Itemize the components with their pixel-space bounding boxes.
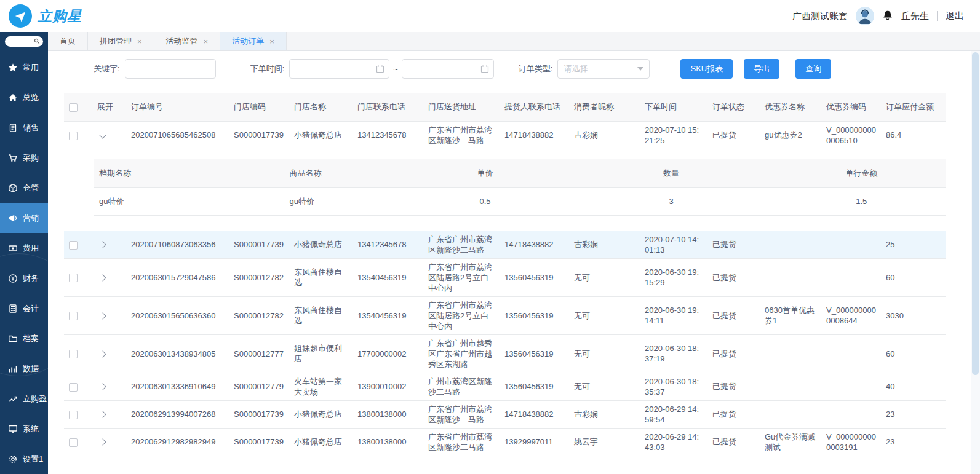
table-row[interactable]: 2020062912982982949S0000017739小猪佩奇总店1380… [64, 428, 946, 456]
cell-amount: 3030 [881, 296, 946, 334]
table-row[interactable]: 2020063013336910649S0000012779火车站第一家大卖场1… [64, 373, 946, 400]
column-header-coupon_name: 优惠券名称 [760, 93, 821, 121]
marketing-megaphone-icon [8, 213, 18, 223]
order-detail-row: 档期名称商品名称单价数量单行金额gu特价gu特价0.531.5 [64, 149, 946, 231]
row-checkbox[interactable] [69, 438, 78, 447]
sidebar-search-input[interactable] [5, 36, 43, 47]
close-icon[interactable]: × [204, 38, 209, 45]
sub-column-header: 单行金额 [778, 159, 946, 187]
expand-toggle-icon[interactable] [99, 411, 106, 417]
expand-toggle-icon[interactable] [99, 438, 106, 445]
cell-order_no: 2020063015650636360 [126, 296, 229, 334]
expand-toggle-icon[interactable] [99, 383, 106, 390]
sub-cell: 3 [565, 187, 778, 215]
sidebar-nav: 常用总览销售采购仓管营销费用财务会计档案数据立购盈系统设置1 [0, 52, 48, 474]
sidebar-item-sales-clipboard[interactable]: 销售 [0, 113, 48, 143]
order-type-label: 订单类型: [519, 63, 553, 74]
expand-toggle-icon[interactable] [99, 350, 106, 357]
table-row[interactable]: 2020062913994007268S0000017739小猪佩奇总店1380… [64, 400, 946, 428]
cell-store_code: S0000012782 [229, 296, 289, 334]
cell-status: 已提货 [707, 258, 760, 296]
sidebar-item-star[interactable]: 常用 [0, 52, 48, 82]
tab-home[interactable]: 首页 [48, 32, 88, 50]
cell-store_code: S0000012782 [229, 258, 289, 296]
cell-address: 广东省广州市越秀区广东省广州市越秀区东湖路 [423, 334, 500, 373]
tab-label: 活动监管 [166, 36, 198, 47]
keyword-input[interactable] [125, 59, 216, 79]
column-header-address: 门店送货地址 [423, 93, 500, 121]
keyword-label: 关键字: [94, 63, 120, 74]
tab-label: 拼团管理 [100, 36, 132, 47]
sidebar-item-marketing-megaphone[interactable]: 营销 [0, 203, 48, 233]
row-checkbox[interactable] [69, 383, 78, 392]
cell-order_no: 2020062912982982949 [126, 428, 229, 456]
sidebar-item-expense-banknote[interactable]: 费用 [0, 233, 48, 263]
table-row[interactable]: 2020063015729047586S0000012782东风商住楼自选135… [64, 258, 946, 296]
sidebar-item-system-monitor[interactable]: 系统 [0, 414, 48, 444]
sidebar-item-purchase-cart[interactable]: 采购 [0, 143, 48, 173]
sidebar-item-home[interactable]: 总览 [0, 82, 48, 113]
logout-button[interactable]: 退出 [946, 10, 964, 22]
tab-2[interactable]: 活动监管× [154, 32, 221, 50]
close-icon[interactable]: × [269, 38, 274, 45]
cell-order_time: 2020-07-10 15:21:25 [640, 121, 707, 149]
tab-1[interactable]: 拼团管理× [88, 32, 154, 50]
scrollbar-thumb[interactable] [972, 52, 979, 375]
tab-3[interactable]: 活动订单× [220, 32, 287, 50]
sidebar-item-archive-folder[interactable]: 档案 [0, 323, 48, 354]
sidebar-item-finance-coin[interactable]: 财务 [0, 263, 48, 293]
row-checkbox[interactable] [69, 312, 78, 320]
sidebar-item-warehouse-box[interactable]: 仓管 [0, 173, 48, 203]
table-row[interactable]: 2020071065685462508S0000017739小猪佩奇总店1341… [64, 121, 946, 149]
brand-rocket-icon [9, 4, 32, 28]
cell-order_no: 2020063013438934805 [126, 334, 229, 373]
order-time-start-input[interactable] [289, 59, 389, 79]
orders-table-wrap: 展开订单编号门店编码门店名称门店联系电话门店送货地址提货人联系电话消费者昵称下单… [64, 93, 955, 456]
brand-name: 立购星 [38, 7, 82, 26]
sidebar-item-settings-gear[interactable]: 设置1 [0, 444, 48, 474]
sidebar: 常用总览销售采购仓管营销费用财务会计档案数据立购盈系统设置1 [0, 32, 48, 474]
column-header-coupon_code: 优惠券编码 [821, 93, 881, 121]
sidebar-item-accounting-calculator[interactable]: 会计 [0, 293, 48, 323]
table-row[interactable]: 2020071060873063356S0000017739小猪佩奇总店1341… [64, 231, 946, 258]
row-checkbox[interactable] [69, 274, 78, 282]
sub-cell: gu特价 [94, 187, 285, 215]
cell-address: 广东省广州市荔湾区新隆沙二马路 [423, 231, 500, 258]
notification-bell-icon[interactable] [882, 10, 893, 23]
cell-status: 已提货 [707, 296, 760, 334]
column-header-picker_phone: 提货人联系电话 [500, 93, 569, 121]
sidebar-item-profit-trend[interactable]: 立购盈 [0, 384, 48, 414]
user-avatar[interactable] [856, 7, 874, 25]
cell-coupon_name [760, 373, 821, 400]
account-name[interactable]: 广西测试账套 [792, 10, 848, 22]
column-header-expand: 展开 [92, 93, 126, 121]
column-header-store_phone: 门店联系电话 [353, 93, 423, 121]
expand-toggle-icon[interactable] [99, 132, 106, 138]
table-row[interactable]: 2020063015650636360S0000012782东风商住楼自选135… [64, 296, 946, 334]
app-header: 立购星 广西测试账套 丘先生 退出 [0, 0, 980, 32]
order-time-end-input[interactable] [402, 59, 494, 79]
sidebar-item-data-chart[interactable]: 数据 [0, 354, 48, 384]
cell-amount: 86.4 [881, 121, 946, 149]
user-name[interactable]: 丘先生 [901, 10, 929, 22]
expand-toggle-icon[interactable] [99, 241, 106, 248]
column-header-order_no: 订单编号 [126, 93, 229, 121]
order-type-select[interactable]: 请选择 [557, 59, 650, 79]
row-checkbox[interactable] [69, 241, 78, 250]
vertical-scrollbar[interactable] [971, 51, 980, 474]
row-checkbox[interactable] [69, 350, 78, 358]
export-button[interactable]: 导出 [744, 59, 779, 79]
sku-report-button[interactable]: SKU报表 [680, 59, 733, 79]
close-icon[interactable]: × [137, 38, 142, 45]
cell-amount: 60 [881, 334, 946, 373]
cell-status: 已提货 [707, 428, 760, 456]
column-header-order_time: 下单时间 [640, 93, 707, 121]
cell-coupon_code [821, 231, 881, 258]
select-all-checkbox[interactable] [69, 103, 78, 112]
row-checkbox[interactable] [69, 411, 78, 419]
expand-toggle-icon[interactable] [99, 274, 106, 281]
row-checkbox[interactable] [69, 132, 78, 140]
query-button[interactable]: 查询 [795, 59, 831, 79]
table-row[interactable]: 2020063013438934805S0000012777姐妹超市便利店177… [64, 334, 946, 373]
expand-toggle-icon[interactable] [99, 312, 106, 319]
